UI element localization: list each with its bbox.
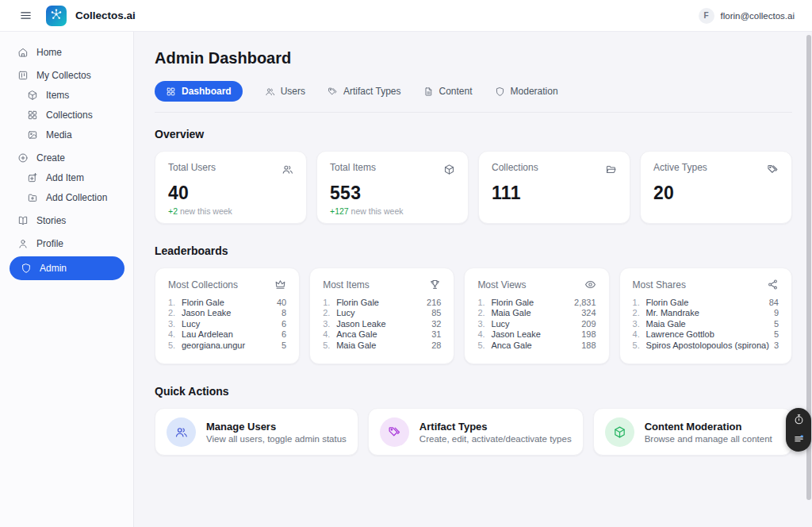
sidebar-item-label: Add Item bbox=[46, 172, 84, 183]
user-name: Spiros Apostolopoulos (spirona) bbox=[646, 340, 774, 351]
overview-heading: Overview bbox=[155, 128, 792, 140]
rank: 2. bbox=[477, 308, 491, 318]
tab-label: Content bbox=[439, 86, 473, 97]
page-title: Admin Dashboard bbox=[155, 49, 792, 67]
metric-value: 6 bbox=[282, 329, 286, 340]
rank: 4. bbox=[323, 329, 336, 340]
users-icon bbox=[167, 417, 196, 447]
sidebar-item-stories[interactable]: Stories bbox=[0, 210, 125, 230]
share-icon bbox=[767, 279, 779, 290]
image-icon bbox=[27, 129, 38, 140]
stat-delta: +127 new this week bbox=[330, 206, 455, 216]
stat-value: 111 bbox=[492, 183, 617, 204]
user-email: florin@collectos.ai bbox=[721, 11, 795, 21]
user-name: Florin Gale bbox=[182, 298, 277, 308]
quick-action-manage-users[interactable]: Manage UsersView all users, toggle admin… bbox=[155, 408, 358, 456]
user-name: Florin Gale bbox=[336, 298, 427, 308]
leaderboard-row: 3.Jason Leake32 bbox=[323, 319, 441, 329]
user-name: Lawrence Gottlob bbox=[646, 329, 774, 340]
sidebar-item-items[interactable]: Items bbox=[0, 85, 125, 105]
quick-action-content-moderation[interactable]: Content ModerationBrowse and manage all … bbox=[593, 408, 792, 456]
metric-value: 40 bbox=[277, 298, 286, 308]
leaderboard-row: 5.Anca Gale188 bbox=[477, 340, 596, 351]
rank: 2. bbox=[168, 308, 182, 318]
leaderboard-row: 5.Spiros Apostolopoulos (spirona)3 bbox=[633, 340, 779, 351]
overview-section: Overview Total Users40+2 new this weekTo… bbox=[155, 128, 792, 224]
rank: 1. bbox=[477, 298, 491, 308]
tab-users[interactable]: Users bbox=[265, 86, 305, 97]
shield-icon bbox=[495, 87, 505, 97]
user-name: Florin Gale bbox=[491, 298, 574, 308]
sidebar-item-home[interactable]: Home bbox=[0, 42, 125, 62]
tab-artifact-types[interactable]: Artifact Types bbox=[327, 86, 400, 97]
sidebar-item-collections[interactable]: Collections bbox=[0, 105, 125, 125]
leaderboard-row: 4.Anca Gale31 bbox=[323, 329, 441, 340]
rank: 3. bbox=[323, 319, 336, 329]
rank: 5. bbox=[477, 340, 491, 351]
sidebar-item-label: Home bbox=[36, 47, 62, 58]
leaderboard-row: 2.Jason Leake8 bbox=[168, 308, 286, 318]
leaderboards-section: Leaderboards Most Collections1.Florin Ga… bbox=[155, 244, 792, 364]
stat-delta: +2 new this week bbox=[168, 206, 293, 216]
network-logo-icon bbox=[49, 7, 63, 25]
quick-action-subtitle: Browse and manage all content bbox=[645, 434, 772, 444]
leaderboard-card-most-shares: Most Shares1.Florin Gale842.Mr. Mandrake… bbox=[619, 267, 792, 364]
metric-value: 5 bbox=[774, 319, 779, 329]
user-menu[interactable]: F florin@collectos.ai bbox=[699, 8, 795, 24]
leaderboard-title: Most Views bbox=[477, 279, 526, 290]
leaderboard-rows: 1.Florin Gale2,8312.Maia Gale3243.Lucy20… bbox=[477, 298, 596, 351]
overview-cards: Total Users40+2 new this weekTotal Items… bbox=[155, 151, 792, 224]
leaderboard-row: 1.Florin Gale2,831 bbox=[477, 298, 596, 308]
rank: 4. bbox=[168, 329, 182, 340]
app-logo[interactable] bbox=[46, 6, 67, 26]
stat-label: Total Users bbox=[168, 162, 216, 173]
leaderboard-title: Most Shares bbox=[633, 279, 686, 290]
sidebar-item-label: Stories bbox=[36, 215, 66, 226]
sidebar-item-label: Profile bbox=[36, 238, 63, 249]
tab-label: Moderation bbox=[511, 86, 558, 97]
file-icon bbox=[423, 87, 434, 97]
quick-action-subtitle: View all users, toggle admin status bbox=[206, 434, 347, 444]
user-name: Anca Gale bbox=[491, 340, 581, 351]
tab-dashboard[interactable]: Dashboard bbox=[155, 81, 243, 102]
stat-card-collections: Collections111 bbox=[478, 151, 630, 224]
leaderboard-title: Most Items bbox=[323, 279, 370, 290]
sidebar-item-add-item[interactable]: Add Item bbox=[0, 167, 125, 187]
quick-action-artifact-types[interactable]: Artifact TypesCreate, edit, activate/dea… bbox=[368, 408, 584, 456]
timer-button[interactable] bbox=[793, 414, 805, 428]
user-name: Lucy bbox=[491, 319, 581, 329]
sidebar-item-admin[interactable]: Admin bbox=[10, 256, 124, 280]
tab-moderation[interactable]: Moderation bbox=[495, 86, 558, 97]
sidebar-item-create[interactable]: Create bbox=[0, 148, 125, 167]
crown-icon bbox=[274, 279, 286, 290]
quick-actions-section: Quick Actions Manage UsersView all users… bbox=[155, 385, 792, 456]
quick-action-cards: Manage UsersView all users, toggle admin… bbox=[155, 408, 792, 456]
tags-icon bbox=[767, 163, 779, 178]
tags-icon bbox=[327, 87, 338, 97]
leaderboard-rows: 1.Florin Gale842.Mr. Mandrake93.Maia Gal… bbox=[633, 298, 779, 351]
sidebar-item-media[interactable]: Media bbox=[0, 125, 125, 144]
folder-icon bbox=[605, 163, 617, 178]
tab-label: Artifact Types bbox=[343, 86, 400, 97]
folder-plus-icon bbox=[27, 192, 38, 203]
sidebar-item-my-collectos[interactable]: My Collectos bbox=[0, 65, 125, 85]
quick-action-title: Artifact Types bbox=[419, 421, 572, 433]
leaderboard-row: 1.Florin Gale84 bbox=[633, 298, 779, 308]
user-name: Jason Leake bbox=[336, 319, 431, 329]
metric-value: 5 bbox=[282, 340, 286, 351]
list-settings-button[interactable] bbox=[793, 433, 805, 447]
leaderboard-card-most-items: Most Items1.Florin Gale2162.Lucy853.Jaso… bbox=[309, 267, 454, 364]
user-name: georgiana.ungur bbox=[182, 340, 282, 351]
leaderboard-row: 5.Maia Gale28 bbox=[323, 340, 441, 351]
rank: 3. bbox=[477, 319, 491, 329]
sidebar-item-profile[interactable]: Profile bbox=[0, 233, 125, 253]
book-icon bbox=[17, 215, 29, 226]
sidebar-item-label: Admin bbox=[40, 263, 67, 274]
tab-content[interactable]: Content bbox=[423, 86, 473, 97]
leaderboard-row: 3.Maia Gale5 bbox=[633, 319, 779, 329]
sidebar-item-add-collection[interactable]: Add Collection bbox=[0, 187, 125, 207]
metric-value: 216 bbox=[427, 298, 441, 308]
trophy-icon bbox=[429, 279, 441, 290]
tags-icon bbox=[380, 417, 409, 447]
menu-icon[interactable] bbox=[17, 7, 34, 24]
